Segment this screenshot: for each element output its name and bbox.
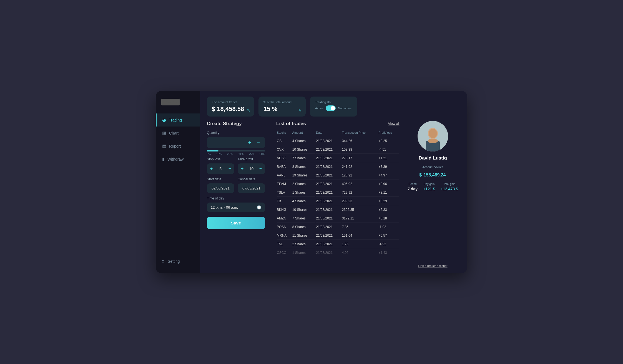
- cell-profit: +0.29: [378, 197, 399, 205]
- trades-tbody: GS 4 Shares 21/03/2021 344.26 +0.25 CVX …: [277, 137, 399, 257]
- edit-amount-icon[interactable]: ✎: [247, 108, 250, 113]
- profile-panel: David Lustig Account Values $ 155,489.24…: [405, 121, 461, 267]
- cell-stock: BKNG: [277, 206, 292, 214]
- table-row: MRNA 11 Shares 21/03/2021 151.64 +0.57: [277, 232, 399, 240]
- take-profit-value: 10: [249, 166, 254, 171]
- cell-profit: +7.39: [378, 163, 399, 171]
- cell-date: 21/03/2021: [316, 189, 341, 197]
- cell-price: 128.92: [342, 171, 378, 180]
- cell-stock: TSLA: [277, 189, 292, 197]
- cell-amount: 10 Shares: [292, 206, 315, 214]
- total-gain-value: +12,473 $: [441, 187, 458, 191]
- sidebar-item-withdraw[interactable]: ▮ Withdraw: [156, 153, 200, 166]
- stop-loss-label: Stop loss: [207, 157, 234, 161]
- percent-label: % of the total amount: [263, 100, 301, 104]
- trades-table: Stocks Amount Date Transaction Price Pro…: [276, 130, 400, 257]
- cancel-date-input[interactable]: 07/03/2021: [238, 183, 265, 193]
- take-profit-label: Take profit: [238, 157, 265, 161]
- cell-profit: -4.51: [378, 146, 399, 154]
- cell-date: 21/03/2021: [316, 232, 341, 240]
- cell-profit: +9.96: [378, 180, 399, 188]
- stop-loss-minus[interactable]: −: [228, 166, 231, 171]
- withdraw-icon: ▮: [162, 156, 165, 162]
- percent-value: 15 %: [263, 105, 301, 113]
- bot-toggle[interactable]: [326, 105, 336, 111]
- sidebar-item-setting[interactable]: ⚙ Setting: [156, 255, 200, 267]
- stat-card-bot: Traiding Bot Active Not active: [310, 97, 357, 117]
- cancel-date-label: Cancel date: [238, 177, 265, 181]
- stat-card-amount: The amount trades $ 18,458.58 ✎: [207, 97, 254, 117]
- cell-price: 241.92: [342, 163, 378, 171]
- take-profit-minus[interactable]: −: [259, 166, 262, 171]
- cell-stock: ADSK: [277, 154, 292, 162]
- edit-percent-icon[interactable]: ✎: [298, 108, 302, 113]
- cell-date: 21/03/2021: [316, 206, 341, 214]
- chart-icon: ▩: [162, 130, 166, 136]
- table-row: TSLA 1 Shares 21/03/2021 722.92 +8.11: [277, 189, 399, 197]
- cell-date: 21/03/2021: [316, 180, 341, 188]
- app-container: •••••• ◕ Trading ▩ Chart ▤ Report ▮ With…: [156, 91, 467, 273]
- col-amount: Amount: [292, 131, 315, 136]
- cell-stock: GS: [277, 137, 292, 145]
- cell-profit: +1.21: [378, 154, 399, 162]
- broker-link[interactable]: Link a broker account: [418, 259, 447, 267]
- sidebar-item-trading[interactable]: ◕ Trading: [156, 113, 200, 127]
- start-date-group: Start date 02/03/2021: [207, 177, 234, 193]
- cell-price: 273.17: [342, 154, 378, 162]
- total-gain-label: Total gain: [441, 183, 458, 186]
- table-row: BKNG 10 Shares 21/03/2021 2392.35 +2.33: [277, 206, 399, 214]
- cell-amount: 7 Shares: [292, 154, 315, 162]
- toggle-container: Active Not active: [315, 105, 352, 111]
- save-button[interactable]: Save: [207, 217, 265, 229]
- view-all-link[interactable]: View all: [388, 122, 400, 126]
- slider-track: [207, 150, 265, 151]
- total-gain-stat: Total gain +12,473 $: [441, 183, 458, 191]
- cell-profit: +0.57: [378, 232, 399, 240]
- cell-price: 4.92: [342, 249, 378, 257]
- day-gain-label: Day gain: [423, 183, 435, 186]
- take-profit-plus[interactable]: +: [241, 166, 243, 171]
- take-profit-group: Take profit + 10 −: [238, 157, 265, 174]
- cell-profit: +2.33: [378, 206, 399, 214]
- quantity-minus-btn[interactable]: −: [256, 140, 261, 145]
- table-row: EPAM 2 Shares 21/03/2021 406.92 +9.96: [277, 180, 399, 188]
- stop-loss-stepper: + 5 −: [207, 163, 234, 174]
- quantity-input: + −: [207, 137, 265, 148]
- svg-point-2: [429, 129, 437, 138]
- table-row: FB 4 Shares 21/03/2021 299.23 +0.29: [277, 197, 399, 205]
- quantity-plus-btn[interactable]: +: [247, 140, 252, 145]
- sidebar-item-chart[interactable]: ▩ Chart: [156, 127, 200, 140]
- stop-loss-plus[interactable]: +: [210, 166, 213, 171]
- cell-profit: -4.92: [378, 240, 399, 248]
- cell-amount: 1 Shares: [292, 189, 315, 197]
- table-row: TAL 2 Shares 21/03/2021 1.75 -4.92: [277, 240, 399, 248]
- cell-amount: 11 Shares: [292, 232, 315, 240]
- col-price: Transaction Price: [342, 131, 378, 136]
- time-input[interactable]: 12 p.m. - 06 a.m. 🕐: [207, 203, 265, 212]
- strategy-title: Create Strategy: [207, 121, 265, 127]
- cell-amount: 8 Shares: [292, 223, 315, 231]
- table-row: CSCO 1 Shares 21/03/2021 4.92 +1.43: [277, 249, 399, 257]
- cell-amount: 19 Shares: [292, 171, 315, 180]
- cell-amount: 8 Shares: [292, 163, 315, 171]
- table-row: AAPL 19 Shares 21/03/2021 128.92 +4.97: [277, 171, 399, 180]
- table-row: ADSK 7 Shares 21/03/2021 273.17 +1.21: [277, 154, 399, 162]
- cell-price: 3179.11: [342, 214, 378, 223]
- profile-stats-row: Period 7 day Day gain +121 $ Total gain …: [408, 183, 458, 191]
- quantity-label: Quantity: [207, 131, 265, 135]
- stop-loss-group: Stop loss + 5 −: [207, 157, 234, 174]
- logo: ••••••: [156, 97, 200, 113]
- cell-price: 344.26: [342, 137, 378, 145]
- slider-container[interactable]: 5% 10% 25% 50% 75% 90%: [207, 150, 265, 156]
- sidebar: •••••• ◕ Trading ▩ Chart ▤ Report ▮ With…: [156, 91, 200, 273]
- sidebar-item-report[interactable]: ▤ Report: [156, 140, 200, 153]
- cell-profit: +0.25: [378, 137, 399, 145]
- start-date-input[interactable]: 02/03/2021: [207, 183, 234, 193]
- col-date: Date: [316, 131, 341, 136]
- dates-row: Start date 02/03/2021 Cancel date 07/03/…: [207, 177, 265, 193]
- main-content: The amount trades $ 18,458.58 ✎ % of the…: [200, 91, 467, 273]
- cell-stock: CSCO: [277, 249, 292, 257]
- slider-labels: 5% 10% 25% 50% 75% 90%: [207, 153, 265, 156]
- table-row: GS 4 Shares 21/03/2021 344.26 +0.25: [277, 137, 399, 145]
- cell-stock: MRNA: [277, 232, 292, 240]
